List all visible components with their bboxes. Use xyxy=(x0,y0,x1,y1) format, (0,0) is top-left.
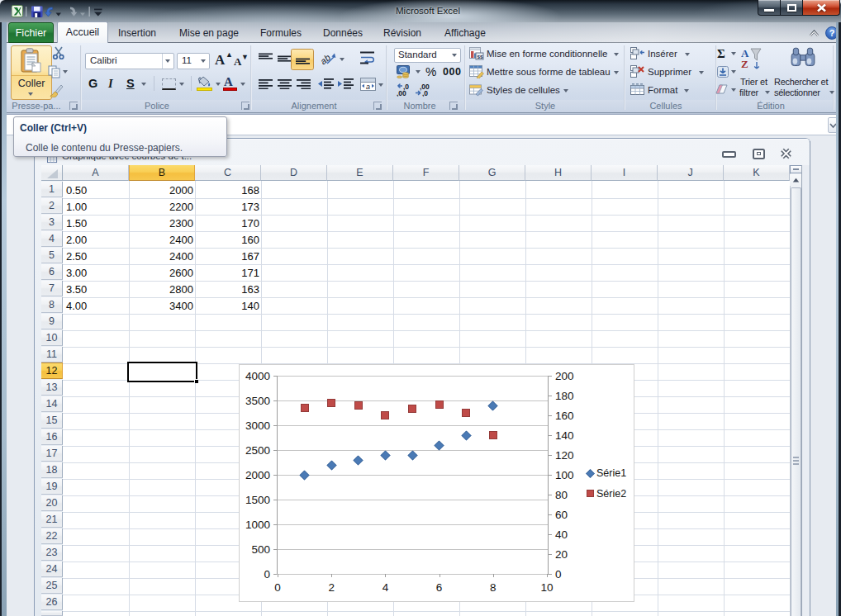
svg-text:Z: Z xyxy=(741,58,748,70)
svg-text:,0: ,0 xyxy=(422,89,428,97)
svg-text:ab: ab xyxy=(321,52,332,66)
svg-text:,00: ,00 xyxy=(397,89,406,97)
svg-text:ss: ss xyxy=(477,54,483,59)
svg-text:a: a xyxy=(366,83,370,91)
